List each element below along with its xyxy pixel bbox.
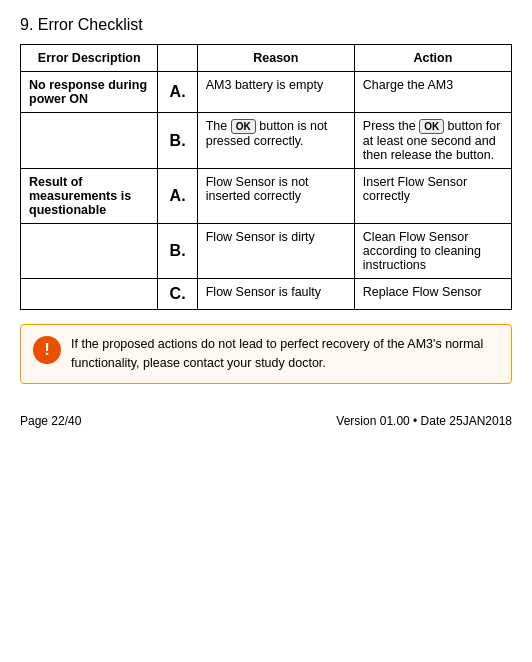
table-row: Result of measurements is questionable A… [21,169,512,224]
version-info: Version 01.00 • Date 25JAN2018 [336,414,512,428]
row-letter-2c: C. [158,279,197,310]
error-checklist-table: Error Description Reason Action No respo… [20,44,512,310]
row-letter-1b: B. [158,113,197,169]
table-row: B. The OK button is not pressed correctl… [21,113,512,169]
table-row: B. Flow Sensor is dirty Clean Flow Senso… [21,224,512,279]
action-pre-text: Press the [363,119,419,133]
error-description-2b [21,224,158,279]
reason-2a: Flow Sensor is not inserted correctly [197,169,354,224]
reason-1b: The OK button is not pressed correctly. [197,113,354,169]
row-letter-2a: A. [158,169,197,224]
error-description-1: No response during power ON [21,72,158,113]
footer: Page 22/40 Version 01.00 • Date 25JAN201… [20,414,512,428]
error-description-2c [21,279,158,310]
table-row: C. Flow Sensor is faulty Replace Flow Se… [21,279,512,310]
page-number: Page 22/40 [20,414,81,428]
reason-2b: Flow Sensor is dirty [197,224,354,279]
action-2b: Clean Flow Sensor according to cleaning … [354,224,511,279]
table-row: No response during power ON A. AM3 batte… [21,72,512,113]
warning-icon: ! [33,336,61,364]
page-heading: 9. Error Checklist [20,16,512,34]
row-letter-2b: B. [158,224,197,279]
notice-text: If the proposed actions do not lead to p… [71,335,499,373]
reason-1a: AM3 battery is empty [197,72,354,113]
col-header-description: Error Description [21,45,158,72]
reason-2c: Flow Sensor is faulty [197,279,354,310]
notice-box: ! If the proposed actions do not lead to… [20,324,512,384]
row-letter-1a: A. [158,72,197,113]
action-1a: Charge the AM3 [354,72,511,113]
reason-pre-text: The [206,119,231,133]
ok-button-icon-reason: OK [231,119,256,134]
ok-button-icon-action: OK [419,119,444,134]
action-2a: Insert Flow Sensor correctly [354,169,511,224]
col-header-letter [158,45,197,72]
error-description-1b [21,113,158,169]
col-header-reason: Reason [197,45,354,72]
action-1b: Press the OK button for at least one sec… [354,113,511,169]
col-header-action: Action [354,45,511,72]
action-2c: Replace Flow Sensor [354,279,511,310]
error-description-2: Result of measurements is questionable [21,169,158,224]
